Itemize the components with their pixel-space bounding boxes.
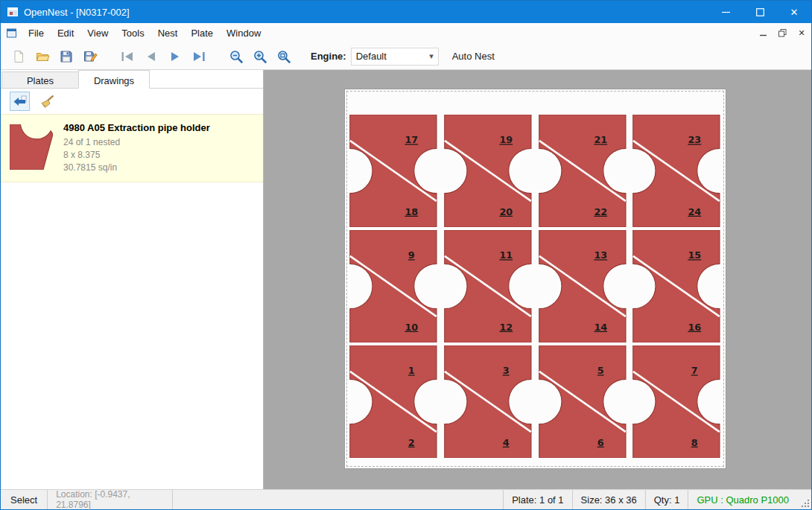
menu-edit[interactable]: Edit (51, 24, 80, 42)
status-spacer (173, 490, 503, 509)
zoom-in-button[interactable] (248, 45, 272, 68)
nav-next-button[interactable] (163, 45, 187, 68)
menu-tools[interactable]: Tools (115, 24, 150, 42)
chevron-down-icon: ▾ (429, 51, 434, 61)
nest-pair[interactable]: 78 (630, 345, 723, 458)
part-number: 3 (503, 365, 510, 376)
mdi-close-button[interactable]: ✕ (792, 23, 811, 43)
status-location: Location: [-0.9437, 21.8796] (48, 490, 173, 509)
part-number: 18 (405, 206, 418, 217)
nest-pair[interactable]: 910 (347, 230, 440, 342)
part-number: 9 (408, 249, 415, 261)
statusbar: Select Location: [-0.9437, 21.8796] Plat… (1, 489, 811, 509)
zoom-fit-button[interactable] (272, 45, 296, 68)
part-number: 15 (688, 249, 702, 261)
nest-pair[interactable]: 2324 (630, 115, 723, 227)
nest-row: 12345678 (347, 345, 723, 458)
nest-pair[interactable]: 1516 (630, 230, 723, 342)
menu-file[interactable]: File (22, 24, 51, 42)
maximize-button[interactable] (743, 1, 777, 23)
nest-pair[interactable]: 2122 (536, 115, 629, 227)
zoom-fit-icon (276, 49, 291, 64)
resize-grip[interactable] (799, 490, 811, 509)
engine-select[interactable]: Default ▾ (351, 48, 439, 66)
close-button[interactable]: ✕ (777, 1, 811, 23)
part-thumbnail (10, 124, 53, 170)
minimize-icon (722, 8, 730, 16)
part-number: 13 (594, 249, 607, 261)
tab-plates[interactable]: Plates (1, 71, 79, 88)
first-plate-icon (120, 50, 135, 63)
nest-pair[interactable]: 56 (536, 345, 629, 458)
menu-view[interactable]: View (80, 24, 115, 42)
status-plate: Plate: 1 of 1 (503, 490, 571, 509)
mdi-restore-icon (778, 29, 787, 37)
nest-row: 1718192021222324 (347, 115, 723, 227)
nest-pair[interactable]: 12 (347, 345, 440, 458)
status-gpu: GPU : Quadro P1000 (688, 490, 799, 509)
minimize-button[interactable] (708, 1, 743, 23)
save-as-button[interactable] (78, 45, 102, 68)
nest-canvas[interactable]: 171819202122232491011121314151612345678 (263, 70, 811, 489)
nest-pair[interactable]: 34 (442, 345, 534, 458)
mdi-minimize-button[interactable] (753, 23, 773, 43)
maximize-icon (756, 8, 764, 16)
menubar: File Edit View Tools Nest Plate Window ✕ (1, 23, 811, 43)
zoom-out-icon (229, 49, 244, 64)
clear-nest-button[interactable] (37, 92, 57, 111)
close-icon: ✕ (790, 7, 799, 18)
part-number: 21 (594, 134, 607, 145)
part-number: 11 (499, 249, 513, 261)
nav-last-button[interactable] (187, 45, 211, 68)
part-number: 24 (688, 206, 702, 217)
part-number: 16 (688, 322, 702, 333)
return-part-icon (12, 95, 28, 108)
menu-window[interactable]: Window (220, 24, 267, 42)
mdi-minimize-icon (760, 30, 767, 36)
part-number: 1 (408, 365, 415, 376)
previous-plate-icon (144, 50, 159, 63)
part-number: 23 (688, 134, 702, 145)
part-number: 20 (499, 206, 513, 217)
engine-label: Engine: (311, 51, 346, 62)
panel-tabstrip: Plates Drawings (1, 70, 263, 89)
part-number: 19 (499, 134, 513, 145)
mdi-restore-button[interactable] (773, 23, 792, 43)
drawing-list-item[interactable]: 4980 A05 Extraction pipe holder 24 of 1 … (1, 114, 263, 182)
drawing-meta: 4980 A05 Extraction pipe holder 24 of 1 … (63, 122, 210, 174)
part-number: 22 (594, 206, 607, 217)
part-number: 14 (594, 322, 607, 333)
broom-icon (39, 94, 55, 109)
open-button[interactable] (31, 45, 54, 68)
document-window-icon (6, 28, 17, 39)
new-button[interactable] (7, 45, 31, 68)
mdi-window-controls: ✕ (753, 23, 811, 43)
drawing-nested-count: 24 of 1 nested (63, 136, 210, 149)
nest-pair[interactable]: 1718 (347, 115, 440, 227)
part-number: 6 (597, 437, 603, 448)
drawings-toolbar (1, 89, 263, 114)
nav-prev-button[interactable] (139, 45, 163, 68)
return-part-button[interactable] (10, 92, 30, 111)
part-number: 7 (691, 365, 698, 376)
part-number: 2 (408, 437, 415, 448)
nest-pair[interactable]: 1920 (442, 115, 534, 227)
save-button[interactable] (54, 45, 78, 68)
save-icon (59, 49, 74, 64)
window-controls: ✕ (708, 1, 811, 23)
nest-pair[interactable]: 1112 (442, 230, 534, 342)
drawing-area: 30.7815 sq/in (63, 162, 210, 174)
nest-row: 910111213141516 (347, 230, 723, 342)
tab-drawings[interactable]: Drawings (78, 70, 150, 89)
status-size: Size: 36 x 36 (572, 490, 645, 509)
auto-nest-button[interactable]: Auto Nest (452, 51, 495, 62)
app-icon (7, 6, 19, 18)
part-number: 10 (405, 322, 418, 333)
menu-nest[interactable]: Nest (151, 24, 185, 42)
nest-pair[interactable]: 1314 (536, 230, 629, 342)
titlebar[interactable]: OpenNest - [N0317-002] ✕ (1, 1, 811, 23)
nav-first-button[interactable] (115, 45, 139, 68)
open-folder-icon (35, 49, 50, 64)
menu-plate[interactable]: Plate (184, 24, 220, 42)
zoom-out-button[interactable] (224, 45, 248, 68)
